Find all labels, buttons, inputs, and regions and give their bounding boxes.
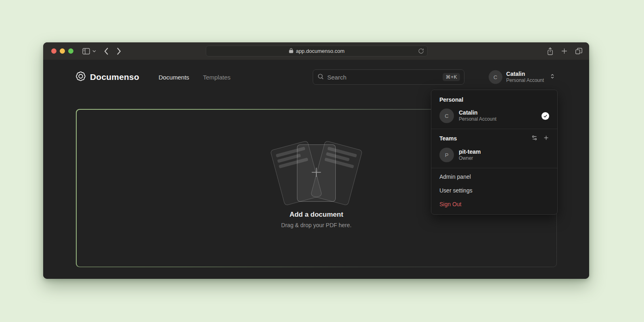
chevron-down-icon[interactable] xyxy=(92,50,96,52)
tab-overview-icon[interactable] xyxy=(575,48,583,54)
menu-item-admin-panel[interactable]: Admin panel xyxy=(431,170,557,184)
avatar: P xyxy=(439,148,454,162)
brand[interactable]: Documenso xyxy=(75,71,139,83)
check-circle-icon xyxy=(542,112,549,120)
dropzone-subtitle: Drag & drop your PDF here. xyxy=(77,222,556,228)
account-menu-trigger[interactable]: C Catalin Personal Account xyxy=(489,69,555,85)
avatar: C xyxy=(439,109,454,123)
main-nav: Documents Templates xyxy=(159,74,230,81)
back-icon[interactable] xyxy=(104,48,109,55)
reload-icon[interactable] xyxy=(418,48,424,55)
zoom-window-button[interactable] xyxy=(68,48,73,54)
personal-section-label: Personal xyxy=(431,92,557,105)
browser-window: app.documenso.com xyxy=(43,42,589,279)
search-box[interactable]: ⌘+K xyxy=(313,69,464,85)
team-item[interactable]: P pit-team Owner xyxy=(431,144,557,167)
nav-documents[interactable]: Documents xyxy=(159,74,189,81)
minimize-window-button[interactable] xyxy=(60,48,65,54)
documenso-badge-icon xyxy=(75,71,86,83)
lock-icon xyxy=(289,48,293,54)
account-name: Catalin xyxy=(506,71,544,78)
account-type: Personal Account xyxy=(506,77,544,84)
address-bar[interactable]: app.documenso.com xyxy=(206,46,428,56)
close-window-button[interactable] xyxy=(51,48,56,54)
share-icon[interactable] xyxy=(547,47,554,55)
plus-icon xyxy=(309,165,323,181)
nav-templates[interactable]: Templates xyxy=(203,74,230,81)
menu-item-user-settings[interactable]: User settings xyxy=(431,184,557,197)
document-cards-illustration xyxy=(272,143,361,203)
divider xyxy=(431,168,557,168)
document-card-add xyxy=(297,144,336,202)
avatar: C xyxy=(489,70,502,84)
team-settings-icon[interactable] xyxy=(531,135,537,142)
app-header: Documenso Documents Templates xyxy=(75,60,230,94)
teams-section-label: Teams xyxy=(431,131,557,144)
browser-titlebar: app.documenso.com xyxy=(43,42,589,60)
search-input[interactable] xyxy=(327,74,439,81)
divider xyxy=(431,129,557,129)
app-content: Documenso Documents Templates ⌘+K C Cata… xyxy=(43,60,589,279)
search-shortcut-badge: ⌘+K xyxy=(443,73,460,81)
traffic-lights xyxy=(51,48,73,54)
account-dropdown-menu: Personal C Catalin Personal Account Team… xyxy=(431,90,558,215)
new-tab-icon[interactable] xyxy=(561,48,568,54)
brand-name: Documenso xyxy=(90,72,139,82)
chevrons-up-down-icon xyxy=(550,73,555,81)
add-team-icon[interactable] xyxy=(543,135,549,142)
search-icon xyxy=(317,73,324,82)
forward-icon[interactable] xyxy=(117,48,121,55)
sidebar-icon[interactable] xyxy=(82,48,90,54)
menu-item-sign-out[interactable]: Sign Out xyxy=(431,197,557,211)
personal-account-item[interactable]: C Catalin Personal Account xyxy=(431,105,557,128)
url-text: app.documenso.com xyxy=(296,48,345,54)
